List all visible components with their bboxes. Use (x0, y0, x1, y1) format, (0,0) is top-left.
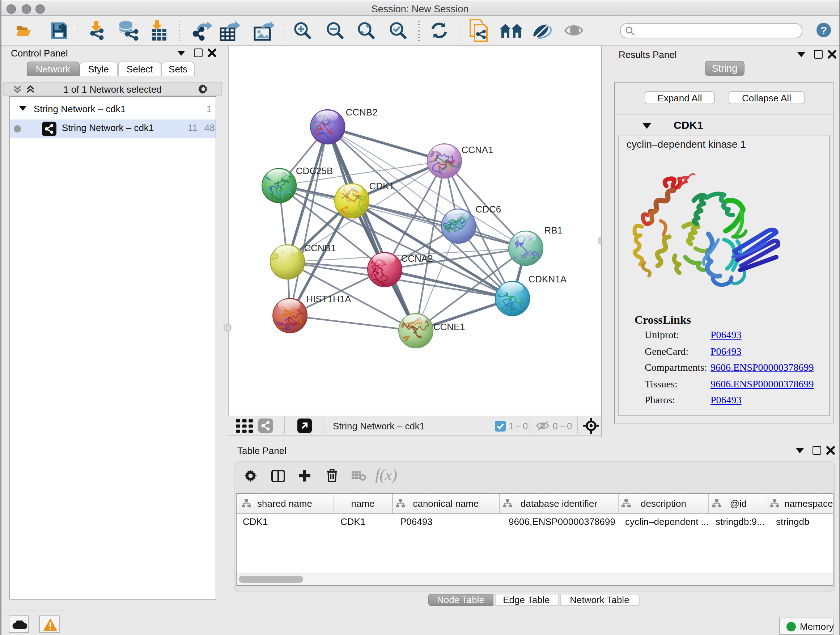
svg-text:CDKN1A: CDKN1A (529, 274, 567, 285)
svg-text:HIST1H1A: HIST1H1A (306, 294, 351, 304)
svg-text:CDC6: CDC6 (476, 204, 501, 215)
svg-text:CCNB2: CCNB2 (346, 107, 378, 118)
svg-text:RB1: RB1 (545, 225, 563, 236)
svg-text:CCNA1: CCNA1 (462, 144, 493, 155)
svg-text:CDC25B: CDC25B (296, 165, 333, 176)
svg-text:CCNE1: CCNE1 (433, 321, 465, 333)
svg-text:CCNA2: CCNA2 (401, 253, 433, 264)
svg-text:CDK1: CDK1 (369, 181, 394, 192)
svg-text:?: ? (821, 24, 827, 36)
svg-text:CCNB1: CCNB1 (304, 242, 336, 253)
